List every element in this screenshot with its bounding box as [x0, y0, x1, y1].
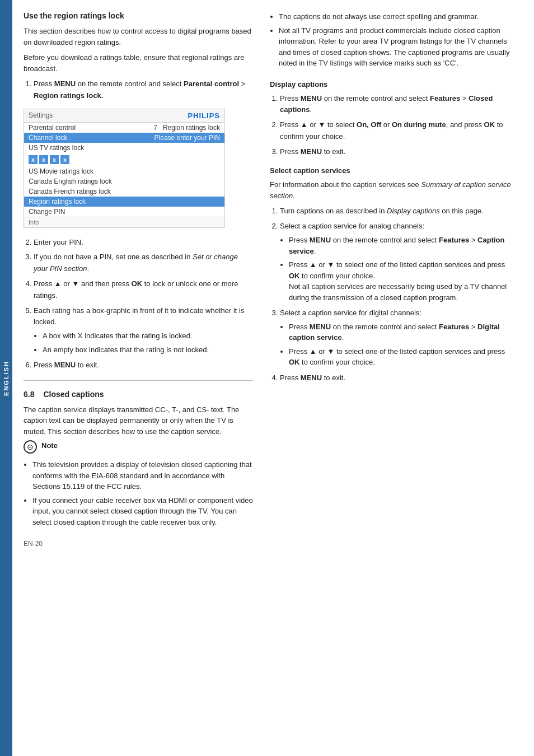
note-icon: ⊝: [24, 440, 37, 454]
display-steps-list: Press MENU on the remote control and sel…: [270, 93, 517, 158]
parental-num: 7: [153, 124, 157, 132]
page-wrapper: ENGLISH Use the region ratings lock This…: [0, 0, 534, 756]
display-captions-title: Display captions: [270, 80, 517, 88]
us-movie-label: US Movie ratings lock: [29, 167, 220, 175]
settings-row-channel-lock: Channel lock Please enter your PIN: [24, 133, 224, 143]
settings-row-canada-eng: Canada English ratings lock: [24, 176, 224, 186]
note-bullets-right: The captions do not always use correct s…: [270, 11, 517, 69]
settings-box: Settings PHILIPS Parental control 7 Regi…: [24, 109, 225, 228]
step-5-bullets: A box with X indicates that the rating i…: [34, 330, 253, 355]
settings-row-parental: Parental control 7 Region ratings lock: [24, 123, 224, 133]
channel-lock-right: Please enter your PIN: [154, 134, 220, 142]
note-bullet-1: This television provides a display of te…: [32, 459, 253, 492]
settings-row-region-lock: Region ratings lock: [24, 197, 224, 207]
right-column: The captions do not always use correct s…: [270, 11, 517, 745]
step-5: Each rating has a box-graphic in front o…: [34, 305, 253, 356]
pin-box-3: x: [50, 155, 59, 164]
steps-list: Press MENU on the remote control and sel…: [24, 78, 253, 102]
step-6: Press MENU to exit.: [34, 360, 253, 371]
section-divider: [24, 380, 253, 381]
pin-box-1: x: [29, 155, 38, 164]
select-step-1: Turn captions on as described in Display…: [280, 206, 517, 217]
digital-bullet-1: Press MENU on the remote control and sel…: [289, 321, 517, 343]
pin-dots-row: x x x x: [24, 153, 224, 166]
parental-label: Parental control: [29, 124, 153, 132]
note-label: Note: [41, 441, 58, 450]
side-tab: ENGLISH: [0, 0, 12, 756]
select-steps-list: Turn captions on as described in Display…: [270, 206, 517, 384]
select-caption-intro: For information about the caption servic…: [270, 179, 517, 201]
digital-bullets: Press MENU on the remote control and sel…: [280, 321, 517, 368]
settings-row-us-tv: US TV ratings lock: [24, 143, 224, 153]
display-step-3: Press MENU to exit.: [280, 146, 517, 158]
step-3: If you do not have a PIN, set one as des…: [34, 251, 253, 275]
region-lock-label: Region ratings lock: [29, 198, 220, 206]
section-68-header: 6.8 Closed captions: [24, 390, 253, 399]
closed-captions-intro: The caption service displays transmitted…: [24, 404, 253, 437]
bullet-locked: A box with X indicates that the rating i…: [43, 330, 253, 342]
analog-bullets: Press MENU on the remote control and sel…: [280, 235, 517, 303]
note-right-bullet-2: Not all TV programs and product commerci…: [279, 25, 517, 69]
intro-p2: Before you download a ratings table, ens…: [24, 52, 253, 74]
page-number: EN-20: [24, 539, 253, 549]
note-bullets-left: This television provides a display of te…: [24, 459, 253, 528]
note-bullet-2: If you connect your cable receiver box v…: [32, 495, 253, 528]
digital-bullet-2: Press ▲ or ▼ to select one of the listed…: [289, 346, 517, 368]
settings-row-change-pin: Change PIN: [24, 207, 224, 217]
settings-title: Settings: [29, 111, 53, 119]
settings-footer: Info: [24, 217, 224, 227]
note-right-bullet-1: The captions do not always use correct s…: [279, 11, 517, 22]
analog-bullet-1: Press MENU on the remote control and sel…: [289, 235, 517, 256]
canada-eng-label: Canada English ratings lock: [29, 178, 220, 185]
change-pin-label: Change PIN: [29, 208, 220, 216]
language-label: ENGLISH: [3, 361, 10, 396]
canada-fr-label: Canada French ratings lock: [29, 188, 220, 195]
section-title-region-lock: Use the region ratings lock: [24, 11, 253, 20]
section-68-label: Closed captions: [43, 390, 104, 399]
channel-lock-label: Channel lock: [29, 134, 154, 142]
settings-row-canada-fr: Canada French ratings lock: [24, 186, 224, 197]
select-step-4: Press MENU to exit.: [280, 372, 517, 384]
section-68-number: 6.8: [24, 390, 34, 399]
settings-row-us-movie: US Movie ratings lock: [24, 166, 224, 176]
select-caption-title: Select caption services: [270, 166, 517, 175]
analog-bullet-2: Press ▲ or ▼ to select one of the listed…: [289, 259, 517, 303]
display-step-2: Press ▲ or ▼ to select On, Off or On dur…: [280, 119, 517, 143]
settings-brand: PHILIPS: [188, 111, 220, 120]
step-2: Enter your PIN.: [34, 237, 253, 249]
intro-p1: This section describes how to control ac…: [24, 26, 253, 48]
select-step-3: Select a caption service for digital cha…: [280, 307, 517, 368]
us-tv-label: US TV ratings lock: [29, 144, 220, 152]
steps-list-cont: Enter your PIN. If you do not have a PIN…: [24, 237, 253, 371]
pin-box-4: x: [60, 155, 69, 164]
parental-right: Region ratings lock: [163, 124, 220, 132]
note-block: ⊝ Note: [24, 441, 253, 454]
step-1: Press MENU on the remote control and sel…: [34, 78, 253, 102]
settings-header: Settings PHILIPS: [24, 109, 224, 123]
bullet-unlocked: An empty box indicates that the rating i…: [43, 344, 253, 356]
select-step-2: Select a caption service for analog chan…: [280, 221, 517, 303]
step-4: Press ▲ or ▼ and then press OK to lock o…: [34, 278, 253, 302]
left-column: Use the region ratings lock This section…: [24, 11, 270, 745]
display-step-1: Press MENU on the remote control and sel…: [280, 93, 517, 116]
content-area: Use the region ratings lock This section…: [12, 0, 534, 756]
pin-box-2: x: [39, 155, 48, 164]
